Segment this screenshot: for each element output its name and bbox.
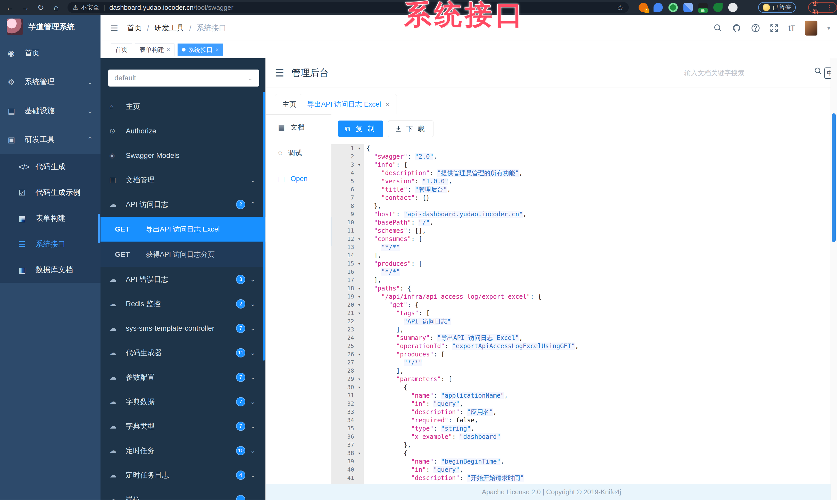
user-avatar[interactable] xyxy=(805,21,817,36)
copy-button[interactable]: ⧉ 复 制 xyxy=(338,120,383,137)
doc-menu-doc[interactable]: ▤ 文档 xyxy=(266,114,332,140)
chevron-down-icon[interactable]: ▾ xyxy=(827,24,830,32)
api-operation[interactable]: GET 获得API 访问日志分页 xyxy=(101,242,265,267)
form-build-icon: ▦ xyxy=(19,214,30,223)
sidebar-item-system-manage[interactable]: ⚙ 系统管理 ⌄ xyxy=(0,68,101,96)
sidebar-item-dev-tools[interactable]: ▣ 研发工具 ⌃ xyxy=(0,125,101,154)
browser-forward-icon[interactable]: → xyxy=(20,2,31,13)
extension-6h-icon[interactable]: 6h xyxy=(698,3,708,12)
doc-search-input[interactable]: 输入文档关键字搜索 xyxy=(684,66,809,80)
bookmark-star-icon[interactable]: ☆ xyxy=(617,3,624,12)
api-menu-item-k-dict-data[interactable]: ☁ 字典数据 7 ⌄ xyxy=(101,389,265,414)
swagger-json-editor[interactable]: 1▾{2 "swagger": "2.0",3▾ "info": {4 "des… xyxy=(332,144,831,484)
security-label[interactable]: 不安全 xyxy=(81,3,100,12)
address-bar[interactable]: ⚠ 不安全 | dashboard.yudao.iocoder.cn /tool… xyxy=(68,2,629,13)
browser-back-icon[interactable]: ← xyxy=(4,2,16,13)
sidebar-scrollbar-thumb[interactable] xyxy=(98,214,100,243)
api-menu-item-k-redis-monitor[interactable]: ☁ Redis 监控 2 ⌄ xyxy=(101,292,265,316)
collapse-doc-menu-icon[interactable]: ☰ xyxy=(275,67,284,79)
api-menu-item-k-dict-type[interactable]: ☁ 字典类型 7 ⌄ xyxy=(101,414,265,438)
copy-icon: ⧉ xyxy=(345,125,352,133)
close-icon[interactable]: × xyxy=(386,101,389,108)
page-scrollbar-thumb[interactable] xyxy=(832,113,836,242)
sidebar-item-label: 基础设施 xyxy=(25,106,87,116)
download-button[interactable]: 下 载 xyxy=(388,120,433,137)
cloud-icon: ⊙ xyxy=(109,127,121,135)
api-menu-item-k-api-error-log[interactable]: ☁ API 错误日志 3 ⌄ xyxy=(101,267,265,292)
api-menu-item-k-cron-job[interactable]: ☁ 定时任务 10 ⌄ xyxy=(101,438,265,463)
browser-home-icon[interactable]: ⌂ xyxy=(51,2,62,13)
api-menu-item-k-sms-template[interactable]: ☁ sys-sms-template-controller 7 ⌄ xyxy=(101,316,265,340)
code-generate-demo-icon: ☑ xyxy=(19,188,30,197)
fullscreen-icon[interactable] xyxy=(770,24,779,33)
http-method: GET xyxy=(115,250,146,259)
tag-label: 首页 xyxy=(115,45,128,54)
sidebar-subitem-db-doc[interactable]: ▥ 数据库文档 xyxy=(0,257,101,283)
sidebar-item-home[interactable]: ◉ 首页 xyxy=(0,39,101,68)
doc-menu-open[interactable]: ▤ Open xyxy=(266,166,332,192)
doc-search-icon[interactable] xyxy=(814,67,822,76)
code-line: 6 "title": "管理后台", xyxy=(332,185,831,194)
api-menu: ⌂ 主页 ⊙ Authorize ◈ Swagger Models ▤ 文档管理… xyxy=(101,94,265,500)
breadcrumb-devtools[interactable]: 研发工具 xyxy=(154,23,184,33)
footer-text: Apache License 2.0 | Copyright © 2019-Kn… xyxy=(482,488,621,496)
breadcrumb-current: 系统接口 xyxy=(197,23,227,33)
chevron-icon: ⌃ xyxy=(87,136,93,144)
code-line: 22 "API 访问日志" xyxy=(332,317,831,325)
api-menu-item-k-authorize[interactable]: ⊙ Authorize xyxy=(101,119,265,143)
close-icon[interactable]: × xyxy=(167,46,170,53)
code-line: 32 "in": "query", xyxy=(332,400,831,408)
extension-green-check-icon[interactable] xyxy=(669,3,678,12)
tag-首页[interactable]: 首页 xyxy=(111,43,132,56)
api-menu-item-k-home[interactable]: ⌂ 主页 xyxy=(101,94,265,119)
extension-plant-icon[interactable] xyxy=(713,3,723,12)
extension-paw-icon[interactable] xyxy=(728,3,737,12)
browser-menu-icon[interactable]: ⋮ xyxy=(826,4,833,12)
api-menu-item-k-param-config[interactable]: ☁ 参数配置 7 ⌄ xyxy=(101,365,265,389)
api-operation[interactable]: GET 导出API 访问日志 Excel xyxy=(101,217,265,242)
profile-paused-badge[interactable]: 已暂停 xyxy=(758,2,796,13)
api-menu-item-k-doc-manage[interactable]: ▤ 文档管理 ⌄ xyxy=(101,168,265,192)
sidebar-subitem-code-generate[interactable]: </> 代码生成 xyxy=(0,154,101,180)
github-icon[interactable] xyxy=(732,23,742,33)
sidebar-subitem-code-generate-demo[interactable]: ☑ 代码生成示例 xyxy=(0,180,101,206)
sidebar-item-label: 首页 xyxy=(25,48,93,58)
chevron-icon: ⌄ xyxy=(249,447,257,454)
help-icon[interactable] xyxy=(751,24,760,33)
collapse-sidebar-icon[interactable]: ☰ xyxy=(110,23,118,33)
code-line: 34 "required": false, xyxy=(332,416,831,425)
sidebar-subitem-form-build[interactable]: ▦ 表单构建 xyxy=(0,206,101,231)
tag-系统接口[interactable]: 系统接口 × xyxy=(178,43,223,56)
api-group-select[interactable]: default ⌄ xyxy=(108,70,259,87)
api-menu-item-k-api-access-log[interactable]: ☁ API 访问日志 2 ⌃ xyxy=(101,192,265,217)
top-navbar: ☰ 首页 / 研发工具 / 系统接口 tT ▾ xyxy=(101,15,837,41)
cloud-icon: ☁ xyxy=(109,397,121,406)
api-sidebar-scrollbar-thumb[interactable] xyxy=(263,92,265,360)
cloud-icon: ☁ xyxy=(109,300,121,308)
font-size-icon[interactable]: tT xyxy=(788,24,795,33)
browser-update-button[interactable]: 更新 ⋮ xyxy=(808,2,837,13)
tag-表单构建[interactable]: 表单构建 × xyxy=(135,43,175,56)
operation-count-badge: 11 xyxy=(236,348,245,357)
doc-menu-debug[interactable]: ◌ 调试 xyxy=(266,140,332,166)
tab-export-api-log[interactable]: 导出API 访问日志 Excel × xyxy=(300,94,397,115)
close-icon[interactable]: × xyxy=(215,46,219,53)
api-menu-item-k-cron-job-log[interactable]: ☁ 定时任务日志 4 ⌄ xyxy=(101,463,265,487)
browser-reload-icon[interactable]: ↻ xyxy=(35,2,47,13)
api-menu-item-k-post[interactable]: ☁ 岗位 xyxy=(101,487,265,500)
extension-grid-icon[interactable] xyxy=(683,3,693,12)
page-scrollbar[interactable] xyxy=(831,58,837,500)
breadcrumb-home[interactable]: 首页 xyxy=(127,23,142,33)
app-logo[interactable]: 芋道管理系统 xyxy=(0,15,101,39)
api-menu-item-k-code-generator[interactable]: ☁ 代码生成器 11 ⌄ xyxy=(101,340,265,365)
extension-pin-icon[interactable] xyxy=(654,3,663,12)
sidebar-item-infrastructure[interactable]: ▤ 基础设施 ⌄ xyxy=(0,96,101,125)
extension-orange-icon[interactable]: 1 xyxy=(639,3,648,12)
breadcrumb: ☰ 首页 / 研发工具 / 系统接口 xyxy=(110,15,227,41)
chevron-icon: ⌄ xyxy=(249,398,257,405)
code-line: 5 "version": "1.0.0", xyxy=(332,177,831,185)
search-icon[interactable] xyxy=(714,24,722,33)
sidebar-subitem-system-api[interactable]: ☰ 系统接口 xyxy=(0,231,101,257)
api-menu-item-k-swagger-models[interactable]: ◈ Swagger Models xyxy=(101,143,265,168)
code-line: 8 }, xyxy=(332,202,831,210)
